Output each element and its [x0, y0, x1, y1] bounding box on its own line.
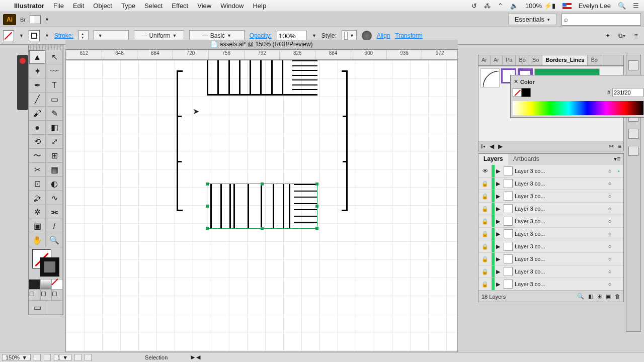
lock-icon[interactable]: 🔒	[478, 231, 492, 237]
panel-tab-2[interactable]: Pa	[503, 55, 516, 65]
layers-menu-icon[interactable]: ▾≡	[611, 154, 623, 165]
tool-direct-selection[interactable]: ↖	[46, 50, 63, 64]
new-sublayer-icon[interactable]: ⊞	[597, 293, 602, 300]
layer-row[interactable]: 🔒▶Layer 3 co...○	[478, 240, 623, 253]
menu-effect[interactable]: Effect	[172, 2, 188, 10]
battery-status[interactable]: 100% ⚡▮	[525, 2, 555, 10]
tool-type[interactable]: T	[46, 78, 63, 93]
spotlight-icon[interactable]: 🔍	[618, 2, 626, 10]
target-icon[interactable]: ○	[605, 256, 614, 262]
menu-file[interactable]: File	[53, 2, 64, 10]
target-icon[interactable]: ○	[605, 168, 614, 174]
search-input[interactable]	[570, 14, 640, 25]
clip-mask-icon[interactable]: ◧	[588, 293, 593, 300]
layer-row[interactable]: 👁▶Layer 3 co...○▪	[478, 165, 623, 177]
isolate-icon[interactable]: ✦	[603, 31, 613, 41]
tool-shape-builder[interactable]: ✂	[29, 163, 46, 177]
hex-input[interactable]	[612, 88, 643, 97]
lock-icon[interactable]: 🔒	[478, 243, 492, 250]
panel-menu-icon[interactable]: ≡	[631, 31, 641, 41]
layer-row[interactable]: 🔒▶Layer 3 co...○	[478, 190, 623, 203]
lib-break-icon[interactable]: ✂	[609, 143, 614, 150]
arrange-documents-icon[interactable]	[30, 15, 41, 24]
lib-list-icon[interactable]: ⫴▾	[480, 143, 486, 150]
menu-help[interactable]: Help	[253, 2, 266, 10]
delete-layer-icon[interactable]: 🗑	[615, 293, 620, 300]
tool-line[interactable]: ╱	[29, 93, 46, 107]
opacity-field[interactable]	[277, 31, 307, 41]
target-icon[interactable]: ○	[605, 218, 614, 224]
expand-icon[interactable]: ▶	[495, 218, 502, 225]
lock-icon[interactable]: 🔒	[478, 180, 492, 187]
lock-icon[interactable]: 🔒	[478, 218, 492, 225]
color-spectrum[interactable]	[513, 101, 643, 115]
menu-select[interactable]: Select	[144, 2, 163, 10]
screen-mode[interactable]: ▭	[29, 301, 46, 315]
lock-icon[interactable]: 🔒	[478, 281, 492, 288]
menu-edit[interactable]: Edit	[73, 2, 84, 10]
bridge-shortcut[interactable]: Br	[20, 17, 26, 23]
tool-scale[interactable]: ⤢	[46, 135, 63, 149]
menu-list-icon[interactable]: ☰	[633, 2, 639, 10]
expand-icon[interactable]: ▶	[495, 180, 502, 187]
bluetooth-icon[interactable]: ⁂	[484, 2, 491, 10]
expand-icon[interactable]: ▶	[495, 256, 502, 262]
transform-link[interactable]: Transform	[395, 32, 423, 39]
tool-gradient[interactable]: ◐	[46, 177, 63, 191]
panel-tab-3[interactable]: Bo	[516, 55, 529, 65]
volume-icon[interactable]: 🔈	[510, 2, 518, 10]
user-name[interactable]: Evelyn Lee	[579, 2, 611, 10]
fill-stroke-control[interactable]	[29, 247, 63, 280]
color-gradient[interactable]	[40, 280, 52, 290]
layer-row[interactable]: 🔒▶Layer 3 co...○	[478, 228, 623, 240]
expand-icon[interactable]: ▶	[495, 231, 502, 237]
layer-row[interactable]: 🔒▶Layer 3 co...○	[478, 203, 623, 215]
layer-row[interactable]: 🔒▶Layer 3 co...○	[478, 215, 623, 228]
color-close-icon[interactable]: ✕	[514, 78, 518, 85]
tool-perspective[interactable]: ▦	[46, 163, 63, 177]
menu-object[interactable]: Object	[93, 2, 112, 10]
dock-icon-1[interactable]	[628, 60, 638, 70]
tool-hand[interactable]: ✋	[29, 233, 46, 247]
lib-menu-icon[interactable]: ≡	[618, 143, 621, 150]
panel-tab-0[interactable]: Ar	[478, 55, 491, 65]
expand-icon[interactable]: ▶	[495, 268, 502, 275]
history-icon[interactable]: ↺	[471, 2, 477, 10]
dock-icon-6[interactable]	[628, 146, 638, 156]
new-layer-icon[interactable]: ▣	[606, 293, 611, 300]
artboard-number[interactable]: 1▼	[54, 354, 71, 361]
color-solid[interactable]	[29, 280, 40, 290]
tool-eraser[interactable]: ◧	[46, 121, 63, 135]
target-icon[interactable]: ○	[605, 193, 614, 199]
panel-tab-4[interactable]: Bo	[529, 55, 542, 65]
tool-mesh[interactable]: ⊡	[29, 177, 46, 191]
tool-lasso[interactable]: 〰	[46, 64, 63, 78]
panel-tab-1[interactable]: Ar	[491, 55, 503, 65]
lock-icon[interactable]: 🔒	[478, 193, 492, 200]
menu-window[interactable]: Window	[220, 2, 244, 10]
target-icon[interactable]: ○	[605, 243, 614, 249]
expand-icon[interactable]: ▶	[495, 243, 502, 250]
tool-width[interactable]: 〜	[29, 149, 46, 163]
tool-selection[interactable]: ▲	[29, 50, 46, 64]
stroke-link[interactable]: Stroke:	[54, 32, 73, 39]
target-icon[interactable]: ○	[605, 206, 614, 212]
align-link[interactable]: Align	[377, 32, 390, 39]
tab-layers[interactable]: Layers	[478, 154, 508, 165]
tool-symbol-spray[interactable]: ✲	[29, 205, 46, 219]
tool-artboard[interactable]: ▣	[29, 219, 46, 233]
lib-prev-icon[interactable]: ◀	[490, 143, 494, 150]
workspace-switcher[interactable]: Essentials▾	[508, 14, 556, 25]
menu-view[interactable]: View	[197, 2, 211, 10]
stroke-swatch[interactable]	[29, 30, 40, 41]
draw-behind[interactable]: ◻	[40, 290, 52, 301]
tool-magic-wand[interactable]: ✦	[29, 64, 46, 78]
tool-graph[interactable]: ⫘	[46, 205, 63, 219]
target-icon[interactable]: ○	[605, 268, 614, 275]
input-flag-icon[interactable]	[562, 3, 572, 9]
bracket-left[interactable]	[177, 70, 187, 211]
layer-row[interactable]: 🔒▶Layer 3 co...○	[478, 278, 623, 291]
app-name[interactable]: Illustrator	[14, 2, 44, 10]
document-tab[interactable]: 📄 assets.ai* @ 150% (RGB/Preview)	[65, 40, 458, 50]
visibility-icon[interactable]: 👁	[478, 168, 492, 174]
